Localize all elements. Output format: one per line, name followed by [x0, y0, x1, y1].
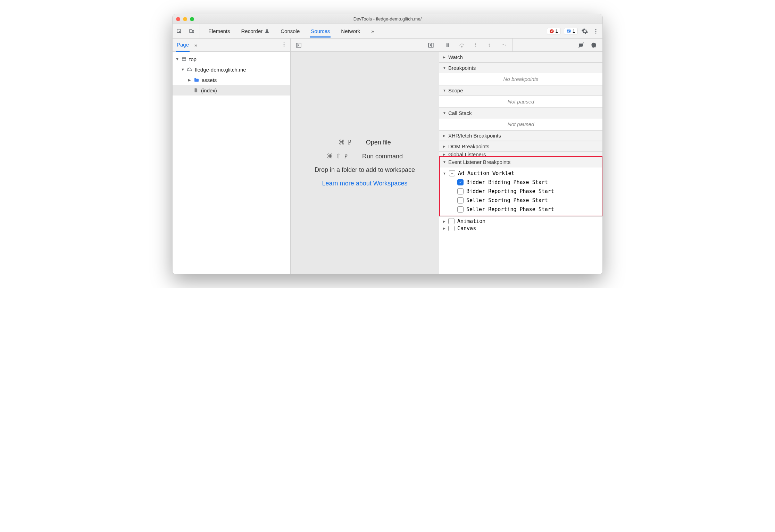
tab-recorder[interactable]: Recorder [241, 25, 270, 38]
section-elb-label: Event Listener Breakpoints [448, 159, 510, 165]
error-badge[interactable]: 1 [547, 28, 560, 34]
toggle-debugger-icon[interactable] [427, 41, 435, 49]
message-count: 1 [573, 28, 575, 34]
no-breakpoints-text: No breakpoints [439, 73, 602, 85]
svg-rect-2 [192, 30, 194, 33]
tree-folder-label: assets [202, 77, 217, 83]
scope-not-paused: Not paused [439, 96, 602, 108]
tab-console[interactable]: Console [280, 25, 300, 38]
section-dom-label: DOM Breakpoints [448, 143, 489, 149]
worklet-item-0-label: Bidder Bidding Phase Start [466, 179, 548, 185]
worklet-item-3[interactable]: Seller Reporting Phase Start [439, 205, 602, 214]
step-out-icon[interactable] [486, 41, 493, 49]
tree-origin[interactable]: ▼ fledge-demo.glitch.me [173, 64, 290, 75]
callstack-not-paused: Not paused [439, 118, 602, 130]
worklet-checkbox-indeterminate[interactable] [449, 170, 455, 176]
svg-rect-15 [447, 43, 448, 47]
category-animation-label: Animation [457, 218, 485, 224]
section-callstack[interactable]: ▼Call Stack [439, 108, 602, 118]
tree-file-index[interactable]: (index) [173, 85, 290, 95]
pause-exceptions-icon[interactable] [590, 41, 598, 49]
file-navigator: ▼ top ▼ fledge-demo.glitch.me ▶ assets (… [173, 52, 291, 274]
cloud-icon [186, 67, 193, 72]
tab-sources[interactable]: Sources [310, 25, 331, 38]
svg-rect-16 [448, 43, 449, 47]
error-icon [549, 29, 554, 34]
deactivate-breakpoints-icon[interactable] [577, 41, 585, 49]
navigator-kebab-icon[interactable] [281, 42, 287, 48]
worklet-item-2-label: Seller Scoring Phase Start [466, 197, 548, 203]
toggle-navigator-icon[interactable] [295, 41, 302, 49]
devtools-window: DevTools - fledge-demo.glitch.me/ Elemen… [172, 14, 603, 274]
category-canvas-clipped[interactable]: ▶ Canvas [439, 226, 602, 231]
device-toggle-icon[interactable] [188, 27, 195, 35]
section-dom[interactable]: ▶DOM Breakpoints [439, 141, 602, 152]
worklet-item-2[interactable]: Seller Scoring Phase Start [439, 196, 602, 205]
category-canvas-label: Canvas [457, 226, 476, 231]
checkbox-checked[interactable]: ✓ [457, 179, 464, 185]
checkbox-unchecked[interactable] [457, 188, 464, 194]
editor-placeholder: ⌘ P Open file ⌘ ⇧ P Run command Drop in … [291, 52, 439, 274]
svg-point-10 [284, 45, 285, 47]
main-toolbar: Elements Recorder Console Sources Networ… [173, 24, 602, 39]
tree-folder-assets[interactable]: ▶ assets [173, 75, 290, 85]
category-animation[interactable]: ▶ Animation [439, 216, 602, 226]
tree-top-label: top [189, 56, 197, 62]
open-file-label: Open file [366, 139, 391, 146]
worklet-item-0[interactable]: ✓ Bidder Bidding Phase Start [439, 178, 602, 187]
svg-point-17 [461, 46, 462, 47]
section-watch[interactable]: ▶Watch [439, 52, 602, 63]
tree-file-label: (index) [201, 88, 217, 93]
message-badge[interactable]: 1 [564, 28, 577, 34]
worklet-item-3-label: Seller Reporting Phase Start [466, 206, 554, 213]
checkbox-unchecked[interactable] [448, 226, 455, 231]
debugger-toolbar [439, 39, 602, 51]
svg-rect-4 [567, 30, 571, 32]
checkbox-unchecked[interactable] [457, 197, 464, 203]
section-global-clipped[interactable]: ▶Global Listeners [439, 152, 602, 157]
run-command-label: Run command [362, 153, 403, 160]
pause-icon[interactable] [444, 41, 452, 49]
window-title: DevTools - fledge-demo.glitch.me/ [173, 16, 602, 22]
tree-top[interactable]: ▼ top [173, 54, 290, 64]
workspace-drop-hint: Drop in a folder to add to workspace [315, 166, 415, 174]
navigator-tabs: Page » [173, 39, 291, 51]
error-count: 1 [556, 28, 558, 34]
open-file-hint: ⌘ P Open file [339, 139, 391, 146]
step-icon[interactable] [500, 41, 507, 49]
navigator-more-chevron-icon[interactable]: » [194, 42, 197, 48]
checkbox-unchecked[interactable] [457, 206, 464, 213]
section-event-listener-breakpoints[interactable]: ▼Event Listener Breakpoints [439, 157, 602, 167]
message-icon [566, 29, 571, 34]
section-breakpoints[interactable]: ▼Breakpoints [439, 63, 602, 73]
svg-rect-22 [182, 58, 186, 60]
section-callstack-label: Call Stack [448, 110, 472, 116]
worklet-item-1-label: Bidder Reporting Phase Start [466, 188, 554, 194]
learn-workspaces-link[interactable]: Learn more about Workspaces [322, 180, 408, 187]
inspect-icon[interactable] [175, 27, 183, 35]
section-scope[interactable]: ▼Scope [439, 85, 602, 96]
worklet-item-1[interactable]: Bidder Reporting Phase Start [439, 187, 602, 196]
open-file-keys: ⌘ P [339, 139, 352, 146]
frame-icon [181, 57, 187, 61]
step-into-icon[interactable] [472, 41, 480, 49]
tab-recorder-label: Recorder [241, 28, 263, 34]
checkbox-unchecked[interactable] [448, 218, 455, 224]
tree-origin-label: fledge-demo.glitch.me [195, 67, 246, 73]
section-breakpoints-label: Breakpoints [448, 65, 476, 71]
tab-elements[interactable]: Elements [208, 25, 231, 38]
folder-icon [193, 77, 200, 83]
svg-point-18 [475, 46, 476, 47]
navigator-tab-page[interactable]: Page [176, 39, 190, 52]
worklet-category[interactable]: ▼ Ad Auction Worklet [439, 169, 602, 178]
step-over-icon[interactable] [458, 41, 466, 49]
more-tabs-chevron-icon[interactable]: » [370, 25, 375, 38]
settings-gear-icon[interactable] [581, 27, 589, 35]
section-xhr[interactable]: ▶XHR/fetch Breakpoints [439, 130, 602, 141]
kebab-menu-icon[interactable] [592, 27, 600, 35]
section-xhr-label: XHR/fetch Breakpoints [448, 133, 501, 139]
run-command-hint: ⌘ ⇧ P Run command [327, 152, 403, 160]
tab-network[interactable]: Network [340, 25, 361, 38]
section-scope-label: Scope [448, 88, 463, 93]
flask-icon [265, 29, 269, 34]
